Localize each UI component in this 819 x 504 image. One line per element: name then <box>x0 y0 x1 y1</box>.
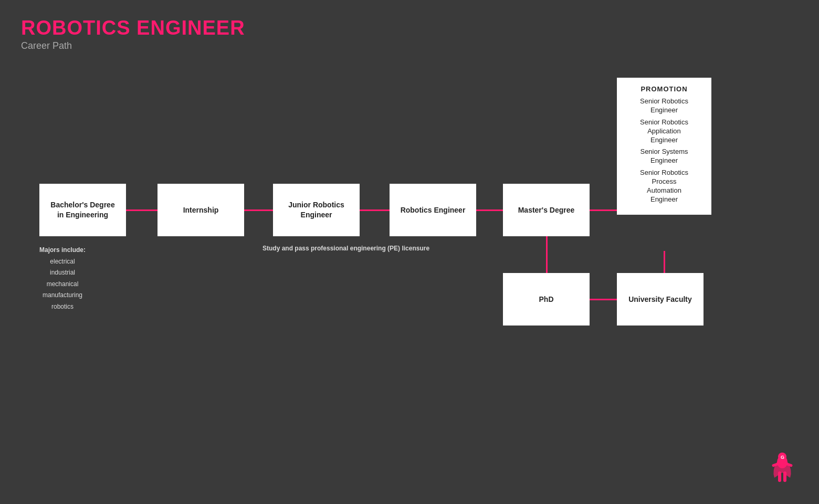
phd-label: PhD <box>539 295 554 304</box>
svg-text:G: G <box>781 455 784 460</box>
promotion-box: PROMOTION Senior RoboticsEngineer Senior… <box>617 78 711 215</box>
robotics-box: Robotics Engineer <box>390 184 476 236</box>
bachelors-label: Bachelor's Degreein Engineering <box>50 200 114 220</box>
line-junior-robotics <box>360 209 390 211</box>
page-subtitle: Career Path <box>21 40 245 51</box>
phd-box: PhD <box>503 273 590 326</box>
pe-note: Study and pass professional engineering … <box>262 245 429 252</box>
junior-box: Junior RoboticsEngineer <box>273 184 360 236</box>
masters-label: Master's Degree <box>518 205 575 215</box>
promotion-title: PROMOTION <box>626 85 702 93</box>
major-manufacturing: manufacturing <box>43 291 82 299</box>
line-masters-promotion <box>590 209 617 211</box>
major-electrical: electrical <box>50 258 75 265</box>
majors-note: Majors include: electrical industrial me… <box>39 245 86 313</box>
internship-box: Internship <box>158 184 244 236</box>
header: ROBOTICS ENGINEER Career Path <box>21 17 245 51</box>
tick3 <box>664 264 665 268</box>
promotion-item-4: Senior RoboticsProcessAutomationEngineer <box>626 169 702 204</box>
line-phd-faculty <box>590 299 617 300</box>
line-robotics-masters <box>476 209 503 211</box>
svg-rect-4 <box>783 471 786 482</box>
tick1 <box>664 251 665 255</box>
major-robotics: robotics <box>51 303 74 310</box>
page-title: ROBOTICS ENGINEER <box>21 17 245 39</box>
robotics-label: Robotics Engineer <box>401 205 466 215</box>
promotion-item-3: Senior SystemsEngineer <box>626 148 702 165</box>
mascot-icon: G <box>766 452 798 488</box>
promotion-item-1: Senior RoboticsEngineer <box>626 97 702 115</box>
bachelors-box: Bachelor's Degreein Engineering <box>39 184 126 236</box>
major-mechanical: mechanical <box>47 280 79 288</box>
pe-note-text: Study and pass professional engineering … <box>262 245 429 252</box>
line-bachelors-internship <box>126 209 158 211</box>
majors-label: Majors include: <box>39 246 86 254</box>
university-faculty-label: University Faculty <box>628 295 692 304</box>
junior-label: Junior RoboticsEngineer <box>288 200 344 220</box>
internship-label: Internship <box>183 205 219 215</box>
major-industrial: industrial <box>50 269 75 276</box>
line-masters-phd <box>546 236 548 273</box>
promotion-item-2: Senior RoboticsApplicationEngineer <box>626 118 702 145</box>
masters-box: Master's Degree <box>503 184 590 236</box>
university-faculty-box: University Faculty <box>617 273 704 326</box>
line-internship-junior <box>244 209 273 211</box>
tick2 <box>664 257 665 261</box>
svg-rect-3 <box>778 471 781 482</box>
